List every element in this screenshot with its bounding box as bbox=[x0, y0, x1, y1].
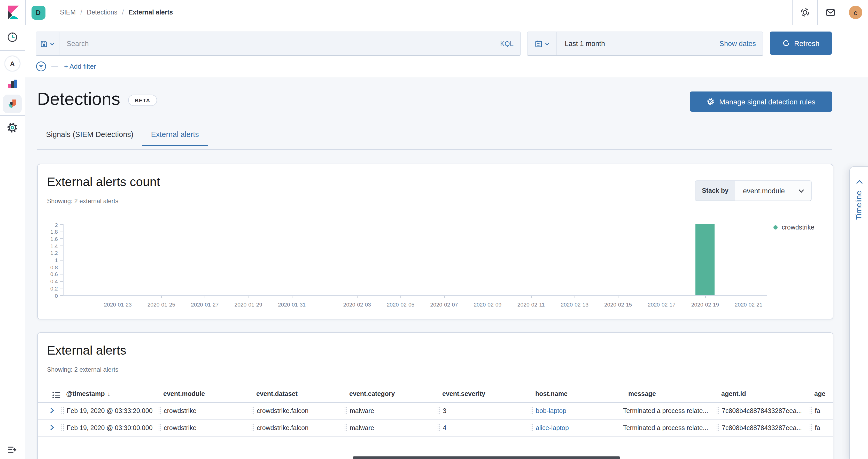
drag-handle[interactable] bbox=[61, 407, 65, 415]
add-filter-button[interactable]: + Add filter bbox=[64, 62, 96, 70]
recently-viewed-button[interactable] bbox=[7, 32, 18, 43]
drag-handle[interactable] bbox=[344, 407, 348, 415]
drag-handle[interactable] bbox=[809, 424, 813, 432]
drag-handle[interactable] bbox=[437, 407, 441, 415]
cell-value-message: Terminated a process relate... bbox=[623, 407, 708, 414]
manage-signal-detection-rules-button[interactable]: Manage signal detection rules bbox=[690, 91, 832, 112]
space-selector[interactable]: D bbox=[26, 0, 51, 25]
column-header-event_module[interactable]: event.module bbox=[163, 390, 205, 397]
search-input[interactable] bbox=[59, 32, 493, 55]
x-axis-tick bbox=[531, 296, 532, 298]
cell-value-message: Terminated a process relate... bbox=[623, 424, 708, 431]
y-axis-tick bbox=[60, 253, 63, 253]
drag-handle[interactable] bbox=[716, 407, 720, 415]
x-axis-tick bbox=[118, 296, 118, 298]
date-range-value[interactable]: Last 1 month bbox=[557, 40, 719, 48]
cell-value-host_name[interactable]: bob-laptop bbox=[536, 407, 566, 414]
drag-handle[interactable] bbox=[716, 424, 720, 432]
column-header-timestamp[interactable]: @timestamp↓ bbox=[66, 390, 110, 397]
x-tick-label: 2020-02-13 bbox=[553, 301, 596, 308]
x-tick-label: 2020-02-05 bbox=[379, 301, 423, 308]
cell-value-event_severity: 4 bbox=[443, 424, 446, 431]
cell-value-host_name[interactable]: alice-laptop bbox=[536, 424, 569, 431]
user-menu-button[interactable]: e bbox=[843, 0, 868, 25]
app-a-button[interactable]: A bbox=[5, 56, 20, 71]
breadcrumb-detections[interactable]: Detections bbox=[87, 9, 117, 16]
page-title: Detections bbox=[37, 89, 120, 109]
timeline-flyout-toggle[interactable]: Timeline bbox=[849, 166, 868, 459]
show-dates-button[interactable]: Show dates bbox=[719, 40, 763, 48]
y-axis-line bbox=[63, 224, 64, 295]
drag-handle[interactable] bbox=[530, 424, 534, 432]
top-bar: D SIEM / Detections / External alerts e bbox=[0, 0, 868, 25]
legend-label: crowdstrike bbox=[782, 224, 814, 231]
chart-legend[interactable]: crowdstrike bbox=[773, 224, 814, 231]
cell-message: Terminated a process relate... bbox=[623, 402, 708, 419]
x-tick-label: 2020-02-17 bbox=[640, 301, 683, 308]
saved-query-menu-button[interactable] bbox=[36, 32, 59, 55]
filter-options-icon[interactable] bbox=[36, 61, 46, 71]
legend-dot bbox=[773, 225, 778, 230]
cell-event_dataset: crowdstrike.falcon bbox=[251, 402, 308, 419]
rail-divider bbox=[0, 50, 25, 51]
column-header-agent_type[interactable]: age bbox=[814, 390, 826, 397]
cell-event_category: malware bbox=[344, 419, 374, 436]
query-language-switcher[interactable]: KQL bbox=[493, 40, 520, 48]
y-tick-label: 0.2 bbox=[40, 285, 58, 292]
column-header-event_severity[interactable]: event.severity bbox=[442, 390, 486, 397]
manage-rules-label: Manage signal detection rules bbox=[719, 97, 815, 106]
drag-handle[interactable] bbox=[251, 424, 255, 432]
drag-handle[interactable] bbox=[158, 424, 162, 432]
user-avatar[interactable]: e bbox=[849, 6, 862, 19]
chart-bar-2020-02-19[interactable] bbox=[695, 224, 715, 295]
timeline-flyout-label[interactable]: Timeline bbox=[854, 191, 863, 220]
x-axis-tick bbox=[488, 296, 488, 298]
column-header-event_dataset[interactable]: event.dataset bbox=[256, 390, 298, 397]
drag-handle[interactable] bbox=[437, 424, 441, 432]
column-header-label: agent.id bbox=[721, 390, 746, 397]
x-tick-label: 2020-02-11 bbox=[509, 301, 553, 308]
y-tick-label: 1.8 bbox=[40, 228, 58, 235]
cell-timestamp: Feb 19, 2020 @ 03:30:00.000 bbox=[61, 419, 153, 436]
drag-handle[interactable] bbox=[158, 407, 162, 415]
space-avatar[interactable]: D bbox=[31, 5, 45, 20]
newsfeed-button[interactable] bbox=[817, 0, 843, 25]
column-header-event_category[interactable]: event.category bbox=[349, 390, 395, 397]
cell-value-agent_id: 7c808b4c8878433287eea... bbox=[722, 407, 802, 414]
column-header-label: event.category bbox=[349, 390, 395, 397]
customize-columns-icon[interactable] bbox=[52, 391, 60, 399]
column-header-message[interactable]: message bbox=[628, 390, 656, 397]
mail-icon bbox=[826, 8, 835, 17]
alerts-table-header: @timestamp↓event.moduleevent.dataseteven… bbox=[38, 390, 833, 403]
refresh-button[interactable]: Refresh bbox=[770, 32, 832, 55]
calendar-icon bbox=[534, 40, 542, 48]
column-header-agent_id[interactable]: agent.id bbox=[721, 390, 746, 397]
cell-value-event_module: crowdstrike bbox=[164, 407, 196, 414]
help-button[interactable] bbox=[792, 0, 817, 25]
drag-handle[interactable] bbox=[251, 407, 255, 415]
x-tick-label: 2020-01-27 bbox=[183, 301, 226, 308]
column-header-host_name[interactable]: host.name bbox=[535, 390, 567, 397]
refresh-icon bbox=[782, 39, 790, 47]
management-button[interactable] bbox=[7, 122, 18, 133]
cell-value-event_dataset: crowdstrike.falcon bbox=[257, 424, 308, 431]
expand-row-button[interactable] bbox=[49, 424, 55, 431]
drag-handle[interactable] bbox=[809, 407, 813, 415]
kibana-logo-button[interactable] bbox=[0, 0, 26, 25]
drag-handle[interactable] bbox=[530, 407, 534, 415]
horizontal-scrollbar-thumb[interactable] bbox=[353, 456, 620, 459]
cell-event_severity: 4 bbox=[437, 419, 446, 436]
breadcrumb-external-alerts: External alerts bbox=[128, 9, 173, 16]
tab-external-alerts[interactable]: External alerts bbox=[142, 130, 208, 146]
tab-signals[interactable]: Signals (SIEM Detections) bbox=[37, 130, 142, 146]
breadcrumb-siem[interactable]: SIEM bbox=[60, 9, 76, 16]
expand-row-button[interactable] bbox=[49, 407, 55, 414]
quick-select-menu-button[interactable] bbox=[528, 32, 557, 55]
external-alerts-count-panel: External alerts count Showing: 2 externa… bbox=[37, 164, 833, 319]
breadcrumb-separator: / bbox=[80, 9, 82, 16]
collapse-navigation-button[interactable] bbox=[7, 445, 17, 454]
visualize-app-button[interactable] bbox=[6, 78, 19, 90]
drag-handle[interactable] bbox=[344, 424, 348, 432]
siem-app-button[interactable] bbox=[3, 95, 22, 113]
drag-handle[interactable] bbox=[61, 424, 65, 432]
